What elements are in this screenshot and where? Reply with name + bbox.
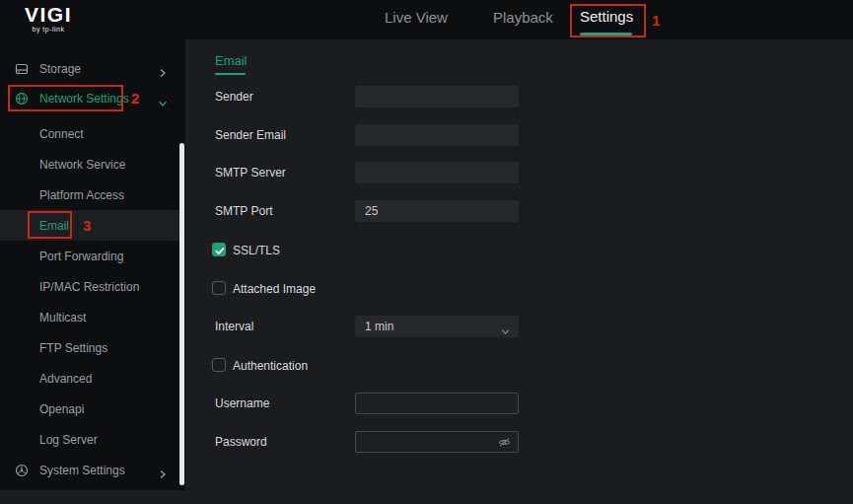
tab-live-view[interactable]: Live View	[385, 9, 448, 26]
sidebar-item-label: Log Server	[39, 433, 98, 447]
eye-slash-icon[interactable]	[497, 435, 512, 450]
sender-input[interactable]	[355, 86, 519, 108]
password-input[interactable]	[355, 431, 519, 453]
email-tab-underline	[215, 73, 246, 75]
interval-value: 1 min	[365, 320, 393, 333]
password-field	[355, 431, 519, 453]
sidebar-item-network-service[interactable]: Network Service	[0, 149, 179, 180]
ssl-tls-checkbox[interactable]	[212, 243, 226, 256]
sender-label: Sender	[215, 90, 253, 104]
logo-text: VIGI	[25, 4, 72, 26]
username-input[interactable]	[355, 393, 519, 414]
ssl-tls-label: SSL/TLS	[233, 244, 280, 257]
globe-icon	[15, 92, 29, 106]
tab-settings[interactable]: Settings	[580, 8, 633, 25]
chevron-down-icon	[501, 323, 510, 340]
sidebar-item-system-settings[interactable]: System Settings	[0, 459, 185, 482]
sidebar-item-label: Email	[39, 219, 69, 233]
annotation-number-2: 2	[131, 90, 139, 107]
sidebar-scrollbar[interactable]	[179, 143, 184, 485]
sidebar-item-advanced[interactable]: Advanced	[0, 363, 179, 394]
top-bar: VIGI by tp-link Live View Playback Setti…	[0, 0, 853, 39]
sidebar-item-label: Storage	[39, 62, 81, 76]
sidebar-item-label: System Settings	[39, 464, 125, 477]
annotation-number-3: 3	[83, 217, 91, 234]
sidebar-item-log-server[interactable]: Log Server	[0, 424, 179, 455]
sidebar-item-label: Multicast	[39, 311, 86, 324]
sidebar-item-label: Platform Access	[39, 188, 124, 202]
sidebar-item-multicast[interactable]: Multicast	[0, 302, 179, 332]
sidebar-item-label: Network Settings	[39, 92, 129, 106]
sidebar-item-label: Openapi	[39, 402, 84, 416]
tab-email-section[interactable]: Email	[215, 53, 248, 68]
sidebar-item-network-settings[interactable]: Network Settings	[0, 87, 185, 110]
sidebar-item-label: IP/MAC Restriction	[39, 280, 139, 294]
system-settings-icon	[15, 464, 29, 477]
sidebar-item-ip-mac-restriction[interactable]: IP/MAC Restriction	[0, 271, 179, 302]
username-label: Username	[215, 396, 269, 410]
password-label: Password	[215, 435, 267, 449]
smtp-server-input[interactable]	[355, 162, 519, 183]
smtp-server-label: SMTP Server	[215, 166, 286, 180]
annotation-number-1: 1	[652, 12, 660, 29]
interval-dropdown[interactable]: 1 min	[355, 316, 519, 337]
sidebar-item-ftp-settings[interactable]: FTP Settings	[0, 332, 179, 363]
chevron-down-icon	[158, 95, 168, 105]
storage-icon	[15, 62, 29, 76]
sidebar-item-openapi[interactable]: Openapi	[0, 394, 179, 424]
app-window: VIGI by tp-link Live View Playback Setti…	[0, 0, 853, 504]
sidebar-item-label: Advanced	[39, 372, 92, 386]
sender-email-input[interactable]	[355, 124, 519, 146]
authentication-label: Authentication	[233, 359, 308, 373]
sidebar-item-label: Connect	[39, 127, 84, 141]
logo-subtext: by tp-link	[25, 26, 72, 33]
sidebar-item-connect[interactable]: Connect	[0, 118, 179, 149]
attached-image-checkbox[interactable]	[212, 281, 226, 295]
checkmark-icon	[213, 244, 227, 257]
smtp-port-label: SMTP Port	[215, 204, 272, 218]
email-settings-panel: Email Sender Sender Email SMTP Server SM…	[185, 39, 853, 504]
sidebar: Storage Network Settings 2 Connect Netwo…	[0, 39, 185, 490]
smtp-port-input[interactable]	[355, 200, 519, 222]
sidebar-item-label: Port Forwarding	[39, 250, 123, 263]
sidebar-item-storage[interactable]: Storage	[0, 57, 185, 81]
sidebar-item-port-forwarding[interactable]: Port Forwarding	[0, 241, 179, 271]
attached-image-label: Attached Image	[233, 282, 316, 296]
interval-label: Interval	[215, 320, 253, 333]
tab-playback[interactable]: Playback	[493, 9, 553, 26]
sender-email-label: Sender Email	[215, 128, 286, 142]
sidebar-item-platform-access[interactable]: Platform Access	[0, 180, 179, 210]
settings-tab-underline	[580, 33, 632, 36]
chevron-right-icon	[158, 466, 168, 475]
sidebar-item-label: FTP Settings	[39, 341, 107, 355]
chevron-right-icon	[158, 64, 168, 74]
sidebar-item-label: Network Service	[39, 158, 125, 172]
vigi-logo: VIGI by tp-link	[25, 4, 72, 33]
authentication-checkbox[interactable]	[212, 358, 226, 372]
